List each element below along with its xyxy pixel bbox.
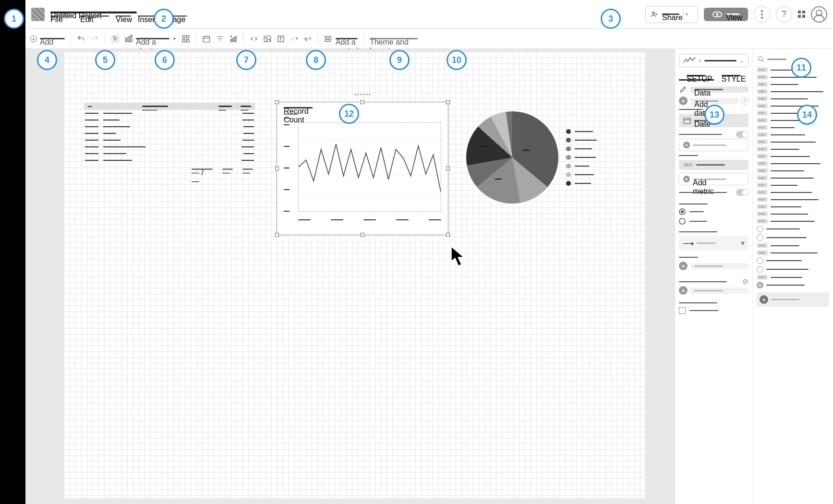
- field-item[interactable]: ABC: [757, 154, 829, 159]
- menu-file[interactable]: File: [50, 15, 73, 17]
- field-item[interactable]: ABC: [757, 74, 829, 80]
- field-item[interactable]: ABC: [757, 103, 829, 108]
- field-item[interactable]: ABC: [757, 197, 829, 202]
- table-component[interactable]: —— —— — / — — —: [84, 103, 255, 170]
- help-icon[interactable]: ?: [741, 97, 748, 105]
- blend-data-pill[interactable]: Add data: [690, 98, 738, 104]
- field-item[interactable]: ABC: [757, 161, 829, 166]
- add-interaction-row[interactable]: +: [679, 286, 748, 295]
- resize-handle[interactable]: [275, 233, 279, 237]
- field-item[interactable]: ABC: [757, 125, 829, 130]
- table-row[interactable]: [84, 157, 255, 164]
- chevron-down-icon[interactable]: ⌄: [739, 57, 744, 64]
- field-item[interactable]: ABC: [757, 211, 829, 216]
- select-tool-button[interactable]: [111, 35, 120, 43]
- date-range-button[interactable]: [202, 35, 211, 43]
- view-button[interactable]: View: [704, 8, 748, 21]
- chart-type-selector[interactable]: › ⌄: [679, 54, 748, 67]
- url-embed-button[interactable]: [250, 35, 258, 43]
- field-item[interactable]: [757, 266, 829, 273]
- field-item[interactable]: [757, 234, 829, 241]
- toolbar: + Add page Add a chart ▼ ▼ ▼ Add a cont: [25, 29, 833, 49]
- field-item[interactable]: +: [757, 282, 829, 288]
- default-date-range-select[interactable]: ⟶ ▾: [679, 236, 748, 250]
- resize-handle[interactable]: [446, 100, 450, 104]
- account-avatar[interactable]: [811, 6, 827, 23]
- optional-metrics-toggle[interactable]: [736, 189, 748, 196]
- link-icon[interactable]: ⊘: [742, 277, 748, 286]
- field-item[interactable]: ABC: [757, 132, 829, 137]
- drag-handle-icon[interactable]: [355, 94, 371, 95]
- field-item[interactable]: ABC: [757, 275, 829, 280]
- undo-button[interactable]: [77, 35, 85, 43]
- resize-handle[interactable]: [446, 167, 450, 170]
- field-item[interactable]: ABC: [757, 146, 829, 152]
- add-filter-row[interactable]: +: [679, 262, 748, 270]
- field-item[interactable]: ABC: [757, 89, 829, 94]
- pie-chart-component[interactable]: [466, 105, 625, 210]
- tab-style[interactable]: STYLE: [714, 72, 749, 81]
- add-control-button[interactable]: Add a control: [324, 35, 358, 43]
- field-item[interactable]: ABC: [757, 139, 829, 144]
- report-title[interactable]: Untitled Report: [50, 12, 137, 13]
- add-chart-button[interactable]: Add a chart ▼: [124, 35, 177, 43]
- field-item[interactable]: ABC: [757, 190, 829, 195]
- field-item[interactable]: ABC: [757, 118, 829, 123]
- field-item[interactable]: ABC: [757, 175, 829, 180]
- shape-button[interactable]: ▼: [303, 35, 312, 43]
- resize-handle[interactable]: [361, 100, 364, 104]
- menu-edit[interactable]: Edit: [80, 15, 109, 17]
- help-button[interactable]: ?: [776, 6, 792, 23]
- resize-handle[interactable]: [275, 100, 279, 104]
- field-item[interactable]: ABC: [757, 218, 829, 224]
- resize-handle[interactable]: [361, 233, 364, 237]
- resize-handle[interactable]: [446, 233, 450, 237]
- field-item[interactable]: ABC: [757, 204, 829, 209]
- field-item[interactable]: ABC: [757, 182, 829, 188]
- apps-button[interactable]: [798, 11, 805, 18]
- field-item[interactable]: ABC: [757, 110, 829, 116]
- data-control-button[interactable]: [229, 35, 238, 43]
- apply-filter-checkbox[interactable]: [679, 307, 748, 314]
- table-row[interactable]: [84, 144, 255, 150]
- line-button[interactable]: ▼: [290, 35, 299, 43]
- add-dimension-pill[interactable]: +: [679, 139, 748, 151]
- table-row[interactable]: [84, 137, 255, 144]
- menu-view[interactable]: View: [116, 15, 131, 17]
- field-item[interactable]: [757, 226, 829, 232]
- table-row[interactable]: [84, 150, 255, 157]
- table-row[interactable]: [84, 123, 255, 130]
- field-item[interactable]: ABC: [757, 250, 829, 255]
- metric-pill[interactable]: AUT: [679, 160, 748, 170]
- field-item[interactable]: [757, 257, 829, 264]
- add-field-row[interactable]: +: [757, 292, 829, 307]
- sort-radio-2[interactable]: [679, 218, 748, 225]
- chevron-down-icon[interactable]: ▾: [683, 9, 690, 20]
- table-row[interactable]: [84, 130, 255, 137]
- table-pagination[interactable]: — / — — —: [84, 168, 255, 170]
- sort-radio-1[interactable]: [679, 208, 748, 215]
- filter-control-button[interactable]: [216, 35, 224, 43]
- image-button[interactable]: [263, 35, 272, 43]
- field-item[interactable]: ABC: [757, 96, 829, 101]
- community-viz-button[interactable]: [181, 35, 190, 43]
- text-button[interactable]: [277, 35, 285, 43]
- plus-icon[interactable]: +: [679, 96, 688, 105]
- field-item[interactable]: ABC: [757, 168, 829, 173]
- tab-setup[interactable]: SETUP: [679, 72, 714, 81]
- table-row[interactable]: [84, 117, 255, 123]
- share-button[interactable]: Share ▾: [645, 6, 698, 23]
- table-row[interactable]: [84, 110, 255, 117]
- field-item[interactable]: ABC: [757, 243, 829, 248]
- add-metric-pill[interactable]: + Add metric: [679, 173, 748, 185]
- drill-down-toggle[interactable]: [736, 131, 748, 138]
- add-page-button[interactable]: + Add page: [30, 36, 65, 42]
- redo-button[interactable]: [90, 35, 99, 43]
- more-options-button[interactable]: [754, 6, 770, 23]
- data-source-pill[interactable]: Data source: [690, 86, 748, 93]
- resize-handle[interactable]: [275, 167, 279, 170]
- field-item[interactable]: ABC: [757, 82, 829, 87]
- pencil-icon[interactable]: [679, 85, 688, 94]
- line-chart-component-selected[interactable]: Record Count —: [277, 102, 448, 235]
- theme-layout-button[interactable]: Theme and layout: [370, 38, 418, 39]
